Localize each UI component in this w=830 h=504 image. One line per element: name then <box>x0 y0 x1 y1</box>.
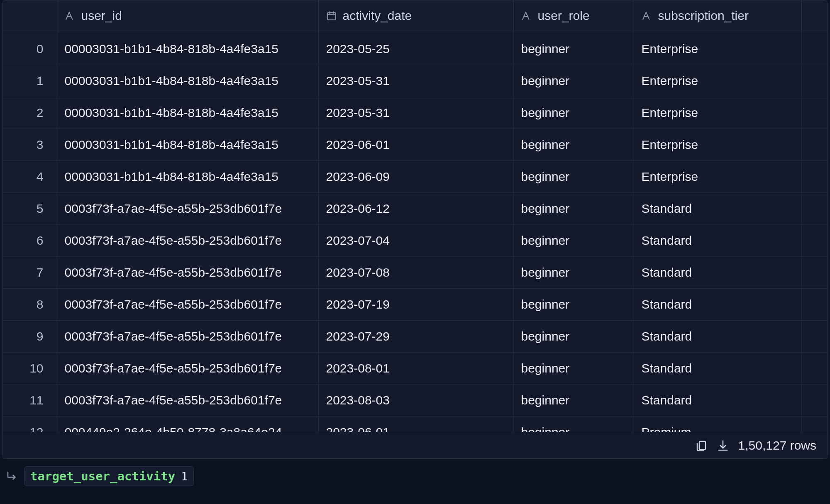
copy-button[interactable] <box>695 439 708 452</box>
row-index-cell[interactable]: 2 <box>3 97 57 129</box>
cell-extra <box>801 129 827 161</box>
table-row[interactable]: 110003f73f-a7ae-4f5e-a55b-253db601f7e202… <box>3 384 827 416</box>
cell-subscription-tier[interactable]: Enterprise <box>634 65 801 97</box>
cell-user-role[interactable]: beginner <box>513 97 634 129</box>
table-row[interactable]: 50003f73f-a7ae-4f5e-a55b-253db601f7e2023… <box>3 192 827 224</box>
cell-user-id[interactable]: 0003f73f-a7ae-4f5e-a55b-253db601f7e <box>57 288 318 320</box>
table-row[interactable]: 60003f73f-a7ae-4f5e-a55b-253db601f7e2023… <box>3 224 827 256</box>
cell-activity-date[interactable]: 2023-06-01 <box>318 129 513 161</box>
row-index-cell[interactable]: 11 <box>3 384 57 416</box>
cell-activity-date[interactable]: 2023-08-03 <box>318 384 513 416</box>
cell-subscription-tier[interactable]: Enterprise <box>634 129 801 161</box>
cell-subscription-tier[interactable]: Standard <box>634 192 801 224</box>
cell-activity-date[interactable]: 2023-07-04 <box>318 224 513 256</box>
cell-extra <box>801 97 827 129</box>
cell-user-id[interactable]: 0003f73f-a7ae-4f5e-a55b-253db601f7e <box>57 192 318 224</box>
row-index-cell[interactable]: 8 <box>3 288 57 320</box>
cell-extra <box>801 416 827 432</box>
table-footer-bar: 1,50,127 rows <box>3 432 827 458</box>
cell-user-id[interactable]: 000449e2-264e-4b50-8778-3a8a64e24 <box>57 416 318 432</box>
string-type-icon <box>65 10 76 21</box>
row-index-header[interactable] <box>3 0 57 33</box>
table-row[interactable]: 200003031-b1b1-4b84-818b-4a4fe3a152023-0… <box>3 97 827 129</box>
column-header-subscription-tier[interactable]: subscription_tier <box>634 0 801 33</box>
cell-subscription-tier[interactable]: Standard <box>634 256 801 288</box>
cell-activity-date[interactable]: 2023-07-29 <box>318 320 513 352</box>
table-row[interactable]: 300003031-b1b1-4b84-818b-4a4fe3a152023-0… <box>3 129 827 161</box>
table-row[interactable]: 100003f73f-a7ae-4f5e-a55b-253db601f7e202… <box>3 352 827 384</box>
cell-user-id[interactable]: 0003f73f-a7ae-4f5e-a55b-253db601f7e <box>57 384 318 416</box>
cell-subscription-tier[interactable]: Standard <box>634 352 801 384</box>
table-row[interactable]: 400003031-b1b1-4b84-818b-4a4fe3a152023-0… <box>3 161 827 192</box>
cell-subscription-tier[interactable]: Enterprise <box>634 161 801 192</box>
cell-user-role[interactable]: beginner <box>513 320 634 352</box>
row-index-cell[interactable]: 12 <box>3 416 57 432</box>
cell-subscription-tier[interactable]: Enterprise <box>634 97 801 129</box>
variable-chip[interactable]: target_user_activity 1 <box>24 466 194 486</box>
cell-user-role[interactable]: beginner <box>513 416 634 432</box>
cell-user-id[interactable]: 00003031-b1b1-4b84-818b-4a4fe3a15 <box>57 129 318 161</box>
cell-user-role[interactable]: beginner <box>513 192 634 224</box>
table-row[interactable]: 12000449e2-264e-4b50-8778-3a8a64e242023-… <box>3 416 827 432</box>
cell-subscription-tier[interactable]: Premium <box>634 416 801 432</box>
cell-user-role[interactable]: beginner <box>513 384 634 416</box>
column-header-activity-date[interactable]: activity_date <box>318 0 513 33</box>
cell-user-role[interactable]: beginner <box>513 288 634 320</box>
cell-activity-date[interactable]: 2023-07-19 <box>318 288 513 320</box>
cell-user-role[interactable]: beginner <box>513 256 634 288</box>
cell-user-role[interactable]: beginner <box>513 161 634 192</box>
cell-subscription-tier[interactable]: Standard <box>634 224 801 256</box>
cell-subscription-tier[interactable]: Standard <box>634 384 801 416</box>
cell-user-id[interactable]: 0003f73f-a7ae-4f5e-a55b-253db601f7e <box>57 256 318 288</box>
column-header-extra[interactable] <box>801 0 827 33</box>
row-index-cell[interactable]: 9 <box>3 320 57 352</box>
return-arrow-icon <box>6 470 18 482</box>
cell-subscription-tier[interactable]: Standard <box>634 288 801 320</box>
row-index-cell[interactable]: 0 <box>3 33 57 65</box>
row-index-cell[interactable]: 6 <box>3 224 57 256</box>
row-index-cell[interactable]: 3 <box>3 129 57 161</box>
table-row[interactable]: 80003f73f-a7ae-4f5e-a55b-253db601f7e2023… <box>3 288 827 320</box>
row-index-cell[interactable]: 4 <box>3 161 57 192</box>
cell-extra <box>801 352 827 384</box>
cell-user-role[interactable]: beginner <box>513 65 634 97</box>
table-row[interactable]: 90003f73f-a7ae-4f5e-a55b-253db601f7e2023… <box>3 320 827 352</box>
cell-user-role[interactable]: beginner <box>513 352 634 384</box>
column-header-user-id[interactable]: user_id <box>57 0 318 33</box>
svg-rect-1 <box>699 441 706 450</box>
cell-activity-date[interactable]: 2023-07-08 <box>318 256 513 288</box>
table-row[interactable]: 70003f73f-a7ae-4f5e-a55b-253db601f7e2023… <box>3 256 827 288</box>
cell-activity-date[interactable]: 2023-06-12 <box>318 192 513 224</box>
cell-user-id[interactable]: 0003f73f-a7ae-4f5e-a55b-253db601f7e <box>57 224 318 256</box>
row-index-cell[interactable]: 5 <box>3 192 57 224</box>
cell-activity-date[interactable]: 2023-05-31 <box>318 97 513 129</box>
cell-user-id[interactable]: 00003031-b1b1-4b84-818b-4a4fe3a15 <box>57 161 318 192</box>
cell-activity-date[interactable]: 2023-05-31 <box>318 65 513 97</box>
cell-user-role[interactable]: beginner <box>513 33 634 65</box>
row-index-cell[interactable]: 10 <box>3 352 57 384</box>
download-button[interactable] <box>717 439 729 452</box>
table-row[interactable]: 000003031-b1b1-4b84-818b-4a4fe3a152023-0… <box>3 33 827 65</box>
row-index-cell[interactable]: 7 <box>3 256 57 288</box>
cell-subscription-tier[interactable]: Standard <box>634 320 801 352</box>
cell-activity-date[interactable]: 2023-05-25 <box>318 33 513 65</box>
variable-line: target_user_activity 1 <box>0 459 830 486</box>
cell-user-id[interactable]: 00003031-b1b1-4b84-818b-4a4fe3a15 <box>57 33 318 65</box>
table-row[interactable]: 100003031-b1b1-4b84-818b-4a4fe3a152023-0… <box>3 65 827 97</box>
cell-user-id[interactable]: 0003f73f-a7ae-4f5e-a55b-253db601f7e <box>57 320 318 352</box>
cell-subscription-tier[interactable]: Enterprise <box>634 33 801 65</box>
cell-extra <box>801 256 827 288</box>
cell-user-id[interactable]: 0003f73f-a7ae-4f5e-a55b-253db601f7e <box>57 352 318 384</box>
cell-user-id[interactable]: 00003031-b1b1-4b84-818b-4a4fe3a15 <box>57 65 318 97</box>
cell-extra <box>801 192 827 224</box>
cell-activity-date[interactable]: 2023-08-01 <box>318 352 513 384</box>
cell-user-role[interactable]: beginner <box>513 129 634 161</box>
column-header-user-role[interactable]: user_role <box>513 0 634 33</box>
cell-activity-date[interactable]: 2023-06-09 <box>318 161 513 192</box>
date-type-icon <box>326 10 337 21</box>
cell-user-id[interactable]: 00003031-b1b1-4b84-818b-4a4fe3a15 <box>57 97 318 129</box>
cell-activity-date[interactable]: 2023-06-01 <box>318 416 513 432</box>
column-label: subscription_tier <box>658 9 749 23</box>
cell-user-role[interactable]: beginner <box>513 224 634 256</box>
row-index-cell[interactable]: 1 <box>3 65 57 97</box>
